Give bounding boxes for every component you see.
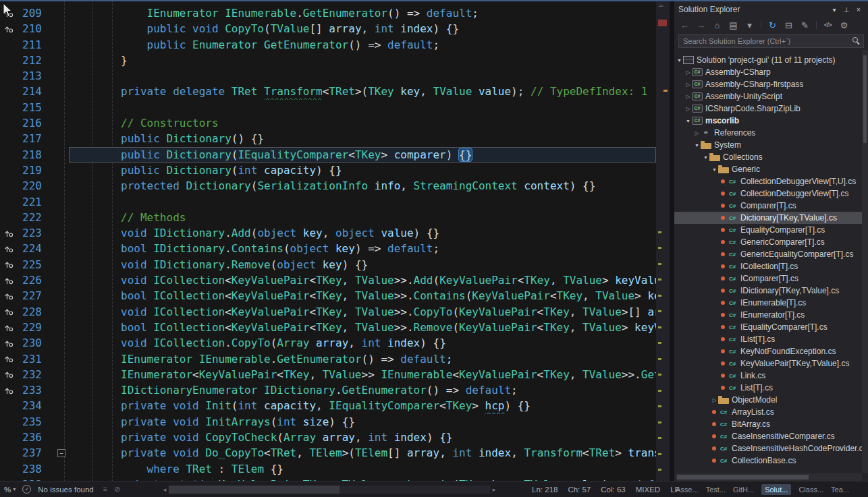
code-line[interactable]: 222 // Methods <box>0 210 656 225</box>
back-icon[interactable]: ← <box>680 20 690 30</box>
line-number[interactable]: 220 <box>18 178 47 194</box>
glyph-margin[interactable] <box>0 68 18 84</box>
tree-item[interactable]: ▼Collections <box>674 151 862 163</box>
line-number[interactable]: 212 <box>18 53 47 68</box>
chevron-collapsed-icon[interactable]: ▷ <box>693 130 701 136</box>
fold-margin[interactable] <box>57 178 69 194</box>
glyph-margin[interactable] <box>0 320 18 335</box>
line-number[interactable]: 224 <box>18 241 47 256</box>
close-icon[interactable]: × <box>853 6 864 13</box>
code-text[interactable]: public Enumerator GetEnumerator() => def… <box>69 37 656 53</box>
fold-margin[interactable] <box>57 53 69 68</box>
code-line[interactable]: 211 public Enumerator GetEnumerator() =>… <box>0 37 656 53</box>
tree-item[interactable]: C#IEnumerable[T].cs <box>674 297 862 309</box>
chevron-collapsed-icon[interactable]: ▷ <box>684 69 692 76</box>
editor-scrollbar[interactable]: ═ <box>656 1 670 481</box>
glyph-margin[interactable] <box>0 178 18 194</box>
line-number[interactable]: 215 <box>18 100 47 115</box>
fold-margin[interactable] <box>57 304 69 320</box>
char-indicator[interactable]: Ch: 57 <box>568 486 591 494</box>
tree-item[interactable]: C#List[T].cs <box>674 382 862 394</box>
glyph-margin[interactable] <box>0 272 18 288</box>
line-number[interactable]: 213 <box>18 68 47 84</box>
line-number[interactable]: 228 <box>18 304 47 320</box>
collapse-all-icon[interactable]: ⊟ <box>784 20 794 30</box>
fold-margin[interactable] <box>57 194 69 210</box>
tree-item[interactable]: ▷C#Assembly-CSharp-firstpass <box>674 78 862 90</box>
fold-margin[interactable] <box>57 147 69 163</box>
code-line[interactable]: 220 protected Dictionary(SerializationIn… <box>0 178 656 194</box>
tree-item[interactable]: ▼System <box>674 139 862 151</box>
line-number[interactable]: 231 <box>18 351 47 367</box>
code-line[interactable]: 217 public Dictionary() {} <box>0 131 656 146</box>
fold-margin[interactable] <box>57 414 69 430</box>
fold-margin[interactable] <box>57 100 69 115</box>
tree-item[interactable]: C#KeyValuePair[TKey,TValue].cs <box>674 357 862 370</box>
fold-margin[interactable] <box>57 430 69 445</box>
code-line[interactable]: 218 public Dictionary(IEqualityComparer<… <box>0 147 656 163</box>
column-indicator[interactable]: Col: 63 <box>601 486 625 494</box>
code-text[interactable]: public Dictionary(IEqualityComparer<TKey… <box>69 147 656 163</box>
tree-item[interactable]: C#CaseInsensitiveComparer.cs <box>674 430 862 442</box>
tool-window-tab[interactable]: Asse... <box>676 486 699 494</box>
glyph-margin[interactable] <box>0 382 18 398</box>
code-text[interactable] <box>69 100 656 115</box>
pin-icon[interactable]: ⊥ <box>841 6 852 13</box>
fold-margin[interactable] <box>57 163 69 178</box>
collapse-region-icon[interactable]: − <box>57 449 65 457</box>
code-text[interactable]: bool ICollection<KeyValuePair<TKey, TVal… <box>69 320 656 335</box>
glyph-margin[interactable] <box>0 430 18 445</box>
code-line[interactable]: 237− private void Do_CopyTo<TRet, TElem>… <box>0 445 656 461</box>
panel-vertical-scrollbar[interactable] <box>862 50 868 473</box>
tree-item[interactable]: C#GenericEqualityComparer[T].cs <box>674 248 862 260</box>
glyph-margin[interactable] <box>0 257 18 272</box>
glyph-margin[interactable] <box>0 304 18 320</box>
sync-with-active-document-icon[interactable]: ↻ <box>767 20 778 30</box>
line-number[interactable]: 239 <box>18 477 47 481</box>
tree-item[interactable]: C#Link.cs <box>674 370 862 382</box>
line-number[interactable]: 211 <box>18 37 47 53</box>
tree-item[interactable]: C#IComparer[T].cs <box>674 272 862 285</box>
tree-item[interactable]: C#EqualityComparer[T].cs <box>674 224 862 236</box>
tree-item[interactable]: C#CollectionDebuggerView[T].cs <box>674 187 862 200</box>
glyph-margin[interactable] <box>0 398 18 413</box>
scrollbar-thumb[interactable] <box>863 55 867 143</box>
glyph-margin[interactable] <box>0 335 18 351</box>
code-text[interactable]: IEnumerator IEnumerable.GetEnumerator() … <box>69 5 656 21</box>
code-analysis-icon[interactable]: ≡ <box>101 485 110 494</box>
fold-margin[interactable]: − <box>57 445 69 461</box>
tree-item[interactable]: C#KeyNotFoundException.cs <box>674 345 862 357</box>
code-line[interactable]: 226 void ICollection<KeyValuePair<TKey, … <box>0 272 656 288</box>
tree-item[interactable]: C#CaseInsensitiveHashCodeProvider.cs <box>674 442 862 455</box>
code-text[interactable]: IEnumerator<KeyValuePair<TKey, TValue>> … <box>69 367 656 382</box>
tool-window-tab[interactable]: Solut... <box>761 484 791 495</box>
code-text[interactable]: } <box>69 53 656 68</box>
code-text[interactable]: bool IDictionary.Contains(object key) =>… <box>69 241 656 256</box>
code-text[interactable]: public Dictionary() {} <box>69 131 656 146</box>
chevron-expanded-icon[interactable]: ▼ <box>684 119 692 123</box>
tree-item[interactable]: ▷C#Assembly-UnityScript <box>674 90 862 103</box>
code-line[interactable]: 210 public void CopyTo(TValue[] array, i… <box>0 21 656 36</box>
scrollbar-thumb[interactable] <box>677 475 809 479</box>
line-number[interactable]: 219 <box>18 163 47 178</box>
tool-window-tab[interactable]: GitH... <box>733 486 754 494</box>
line-number[interactable]: 229 <box>18 320 47 335</box>
code-text[interactable]: private void Init(int capacity, IEqualit… <box>69 398 656 413</box>
glyph-margin[interactable] <box>0 100 18 115</box>
line-number[interactable]: 235 <box>18 414 47 430</box>
chevron-expanded-icon[interactable]: ▼ <box>702 155 709 160</box>
tree-item[interactable]: ▷≡References <box>674 127 862 139</box>
tree-item[interactable]: C#CollectionBase.cs <box>674 455 862 467</box>
glyph-margin[interactable] <box>0 241 18 256</box>
line-number[interactable]: 216 <box>18 115 47 131</box>
code-text[interactable]: // Constructors <box>69 115 656 131</box>
code-line[interactable]: 214 private delegate TRet Transform<TRet… <box>0 84 656 99</box>
code-text[interactable]: private delegate TRet Transform<TRet>(TK… <box>69 84 656 99</box>
code-line[interactable]: 231 IEnumerator IEnumerable.GetEnumerato… <box>0 351 656 367</box>
hscroll-right-arrow-icon[interactable] <box>490 486 498 493</box>
fold-margin[interactable] <box>57 257 69 272</box>
home-icon[interactable]: ⌂ <box>712 20 722 30</box>
tree-item[interactable]: C#IDictionary[TKey,TValue].cs <box>674 285 862 297</box>
panel-title-bar[interactable]: Solution Explorer ▾⊥× <box>674 1 868 18</box>
code-text[interactable]: where TRet : TElem {} <box>69 461 656 477</box>
